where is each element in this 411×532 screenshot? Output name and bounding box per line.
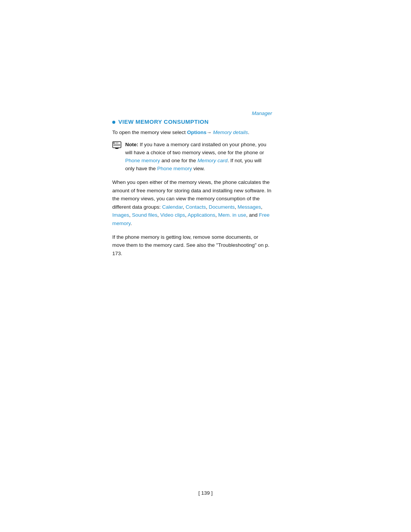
note-text-4: view.	[192, 166, 205, 171]
svg-rect-4	[115, 143, 118, 143]
note-box: Note: If you have a memory card installe…	[112, 141, 272, 173]
section-title: VIEW MEMORY CONSUMPTION	[112, 118, 272, 125]
content-area: Manager VIEW MEMORY CONSUMPTION To open …	[112, 110, 272, 263]
note-text-1: If you have a memory card installed on y…	[125, 142, 266, 155]
intro-text-pre: To open the memory view select	[112, 129, 187, 135]
video-clips-link[interactable]: Video clips	[160, 212, 185, 218]
memory-card-link[interactable]: Memory card	[198, 158, 228, 163]
applications-link[interactable]: Applications	[188, 212, 215, 218]
svg-rect-5	[113, 144, 120, 145]
body-paragraph-1: When you open either of the memory views…	[112, 178, 272, 228]
note-label: Note:	[125, 142, 139, 147]
images-link[interactable]: Images	[112, 212, 129, 218]
page-number: [ 139 ]	[198, 490, 213, 496]
arrow: →	[207, 129, 213, 135]
note-icon	[112, 141, 121, 149]
calendar-link[interactable]: Calendar	[162, 204, 183, 210]
intro-paragraph: To open the memory view select Options→ …	[112, 129, 272, 136]
page-container: Manager VIEW MEMORY CONSUMPTION To open …	[0, 0, 411, 532]
bullet-dot	[112, 121, 115, 124]
section-heading: VIEW MEMORY CONSUMPTION	[118, 118, 209, 125]
note-text-2: and one for the	[160, 158, 198, 163]
svg-rect-3	[113, 142, 115, 144]
contacts-link[interactable]: Contacts	[186, 204, 206, 210]
memory-details-link[interactable]: Memory details	[213, 129, 248, 135]
sound-files-link[interactable]: Sound files	[132, 212, 158, 218]
body-paragraph-2: If the phone memory is getting low, remo…	[112, 233, 272, 258]
phone-memory-link-1[interactable]: Phone memory	[125, 158, 160, 163]
phone-memory-link-2[interactable]: Phone memory	[157, 166, 192, 171]
documents-link[interactable]: Documents	[209, 204, 234, 210]
manager-label: Manager	[112, 110, 272, 116]
intro-period: .	[248, 129, 249, 135]
options-link[interactable]: Options	[187, 129, 207, 135]
svg-rect-1	[115, 148, 119, 149]
mem-in-use-link[interactable]: Mem. in use	[218, 212, 246, 218]
svg-rect-6	[113, 145, 120, 146]
messages-link[interactable]: Messages	[237, 204, 261, 210]
svg-rect-2	[116, 149, 118, 149]
note-text: Note: If you have a memory card installe…	[125, 141, 272, 173]
